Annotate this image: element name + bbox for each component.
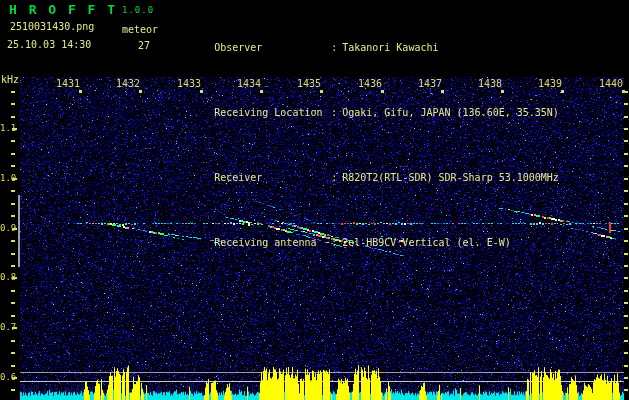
detection-band-marker (18, 195, 20, 267)
spectrogram-canvas (0, 0, 629, 400)
hrofft-window: { "app": { "title": "H R O F F T", "vers… (0, 0, 629, 400)
